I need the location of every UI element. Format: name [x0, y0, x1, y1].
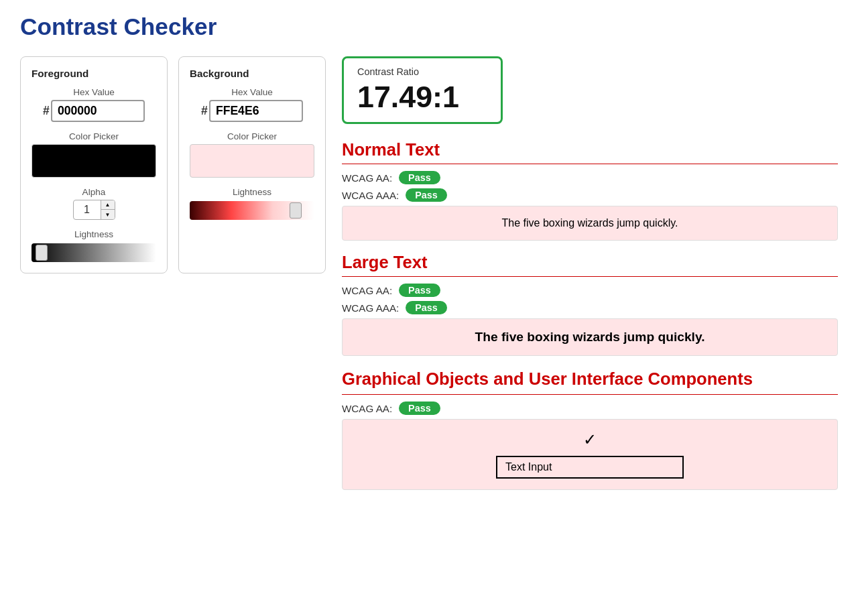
- fg-hex-label: Hex Value: [32, 87, 156, 97]
- normal-wcag-aa-row: WCAG AA: Pass: [342, 171, 838, 184]
- normal-wcag-aaa-badge: Pass: [406, 188, 447, 202]
- normal-wcag-aa-label: WCAG AA:: [342, 172, 392, 184]
- fg-hex-input[interactable]: [51, 100, 145, 122]
- fg-spinner-buttons: ▲ ▼: [101, 200, 115, 219]
- graphical-divider: [342, 394, 838, 395]
- fg-alpha-down[interactable]: ▼: [101, 210, 115, 219]
- results-panel: Contrast Ratio 17.49:1 Normal Text WCAG …: [342, 56, 838, 502]
- contrast-ratio-value: 17.49:1: [357, 80, 487, 114]
- graphical-preview: ✓: [342, 419, 838, 490]
- fg-lightness-row: Lightness: [32, 229, 156, 262]
- left-panels: Foreground Hex Value # Color Picker Alph…: [20, 56, 326, 273]
- text-input-demo[interactable]: [496, 456, 684, 479]
- large-wcag-aaa-label: WCAG AAA:: [342, 302, 399, 314]
- fg-alpha-row: Alpha 1 ▲ ▼: [32, 187, 156, 220]
- fg-hex-row: #: [32, 100, 156, 122]
- foreground-panel-title: Foreground: [32, 68, 156, 79]
- normal-text-preview: The five boxing wizards jump quickly.: [342, 206, 838, 241]
- large-text-divider: [342, 276, 838, 277]
- fg-hash-sign: #: [43, 104, 50, 118]
- bg-lightness-slider[interactable]: [190, 201, 314, 220]
- large-wcag-aaa-row: WCAG AAA: Pass: [342, 301, 838, 314]
- fg-lightness-slider[interactable]: [32, 243, 156, 262]
- bg-hex-label: Hex Value: [190, 87, 314, 97]
- bg-lightness-label: Lightness: [190, 187, 314, 197]
- fg-lightness-thumb[interactable]: [36, 245, 48, 261]
- normal-wcag-aa-badge: Pass: [399, 171, 440, 184]
- graphical-title: Graphical Objects and User Interface Com…: [342, 368, 838, 390]
- large-text-section: Large Text WCAG AA: Pass WCAG AAA: Pass …: [342, 253, 838, 356]
- contrast-suffix: :1: [432, 80, 459, 113]
- graphical-section: Graphical Objects and User Interface Com…: [342, 368, 838, 490]
- graphical-wcag-aa-row: WCAG AA: Pass: [342, 402, 838, 415]
- bg-hex-input[interactable]: [209, 100, 303, 122]
- normal-text-title: Normal Text: [342, 140, 838, 160]
- fg-color-picker-label: Color Picker: [32, 131, 156, 141]
- bg-lightness-thumb[interactable]: [290, 202, 302, 219]
- fg-color-picker-swatch[interactable]: [32, 144, 156, 178]
- large-wcag-aaa-badge: Pass: [406, 301, 447, 314]
- contrast-ratio-box: Contrast Ratio 17.49:1: [342, 56, 503, 124]
- bg-color-picker-swatch[interactable]: [190, 144, 314, 178]
- page-title: Contrast Checker: [20, 13, 838, 40]
- bg-lightness-row: Lightness: [190, 187, 314, 220]
- fg-lightness-label: Lightness: [32, 229, 156, 239]
- fg-alpha-up[interactable]: ▲: [101, 200, 115, 210]
- foreground-panel: Foreground Hex Value # Color Picker Alph…: [20, 56, 168, 273]
- contrast-value: 17.49: [357, 80, 432, 113]
- large-wcag-aa-label: WCAG AA:: [342, 285, 392, 296]
- checkmark-icon: ✓: [353, 430, 826, 449]
- fg-alpha-label: Alpha: [32, 187, 156, 197]
- graphical-wcag-aa-label: WCAG AA:: [342, 403, 392, 414]
- bg-color-picker-label: Color Picker: [190, 131, 314, 141]
- fg-alpha-spinner: 1 ▲ ▼: [73, 200, 115, 220]
- normal-wcag-aaa-label: WCAG AAA:: [342, 190, 399, 201]
- large-text-preview: The five boxing wizards jump quickly.: [342, 318, 838, 356]
- large-text-title: Large Text: [342, 253, 838, 272]
- normal-text-divider: [342, 164, 838, 164]
- fg-alpha-value: 1: [74, 201, 101, 219]
- bg-hex-row: #: [190, 100, 314, 122]
- contrast-ratio-label: Contrast Ratio: [357, 66, 487, 77]
- background-panel: Background Hex Value # Color Picker Ligh…: [178, 56, 326, 273]
- bg-hash-sign: #: [201, 104, 208, 118]
- normal-text-section: Normal Text WCAG AA: Pass WCAG AAA: Pass…: [342, 140, 838, 241]
- normal-wcag-aaa-row: WCAG AAA: Pass: [342, 188, 838, 202]
- bg-panel-title: Background: [190, 68, 314, 79]
- large-wcag-aa-row: WCAG AA: Pass: [342, 284, 838, 297]
- graphical-wcag-aa-badge: Pass: [399, 402, 440, 415]
- main-layout: Foreground Hex Value # Color Picker Alph…: [20, 56, 838, 502]
- large-wcag-aa-badge: Pass: [399, 284, 440, 297]
